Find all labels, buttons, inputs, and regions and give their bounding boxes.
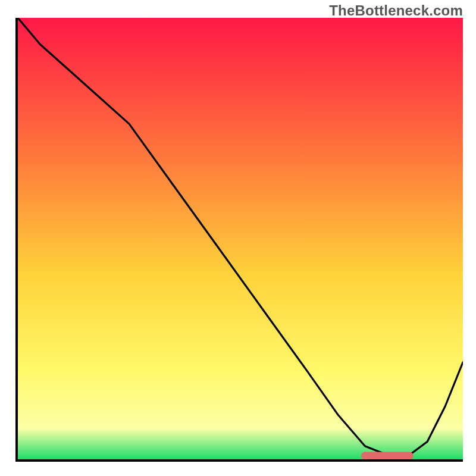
plot-area	[15, 18, 463, 462]
watermark-text: TheBottleneck.com	[329, 2, 463, 19]
chart-container: TheBottleneck.com	[0, 0, 476, 476]
chart-svg	[18, 18, 463, 459]
